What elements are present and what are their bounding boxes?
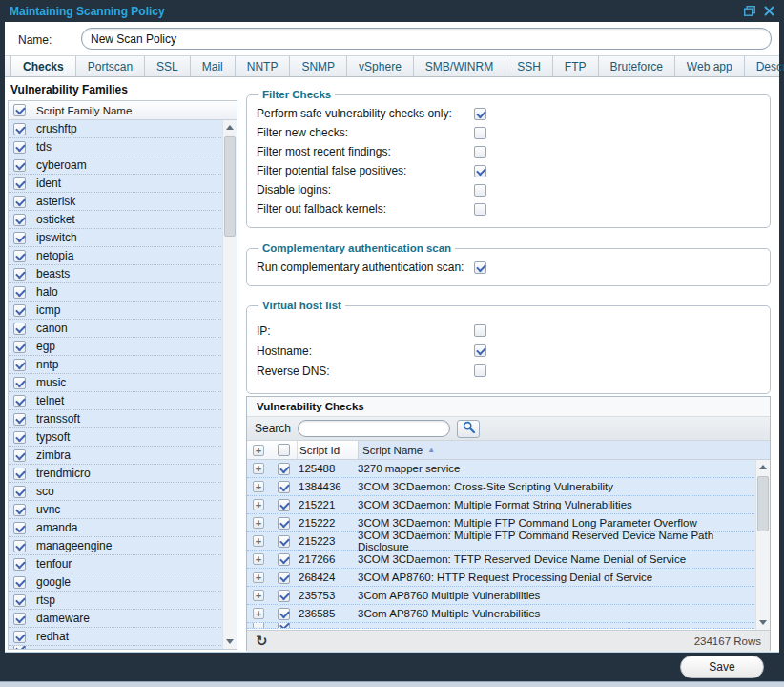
family-checkbox[interactable] bbox=[13, 576, 26, 589]
scrollbar-thumb[interactable] bbox=[757, 476, 769, 531]
family-checkbox[interactable] bbox=[13, 413, 26, 426]
tab[interactable]: SNMP bbox=[290, 56, 347, 76]
scroll-down-icon[interactable] bbox=[223, 635, 237, 649]
family-row[interactable]: halo bbox=[9, 283, 237, 302]
row-checkbox[interactable] bbox=[278, 608, 290, 620]
family-row[interactable]: tenfour bbox=[9, 555, 237, 573]
family-checkbox[interactable] bbox=[13, 359, 26, 371]
expand-row-button[interactable]: + bbox=[253, 608, 264, 619]
search-button[interactable] bbox=[457, 420, 480, 438]
tab[interactable]: Mail bbox=[191, 56, 236, 76]
family-checkbox[interactable] bbox=[13, 159, 26, 172]
option-checkbox[interactable] bbox=[474, 184, 486, 197]
column-header-script-name[interactable]: Script Name ▲ bbox=[358, 441, 770, 459]
expand-row-button[interactable]: + bbox=[253, 572, 264, 583]
family-checkbox[interactable] bbox=[13, 177, 26, 190]
family-checkbox[interactable] bbox=[13, 196, 26, 208]
column-header-script-id[interactable]: Script Id bbox=[297, 441, 358, 459]
expand-row-button[interactable]: + bbox=[253, 481, 264, 492]
tab[interactable]: vSphere bbox=[347, 56, 414, 76]
row-checkbox[interactable] bbox=[278, 517, 290, 530]
expand-all-button[interactable]: + bbox=[247, 445, 270, 456]
family-checkbox[interactable] bbox=[13, 558, 26, 571]
tab[interactable]: SMB/WINRM bbox=[414, 56, 505, 76]
row-checkbox[interactable] bbox=[278, 572, 290, 584]
option-checkbox[interactable] bbox=[474, 364, 486, 377]
expand-row-button[interactable]: + bbox=[253, 517, 264, 529]
family-checkbox[interactable] bbox=[13, 232, 26, 244]
tab[interactable]: SSL bbox=[145, 56, 191, 76]
family-row[interactable]: trendmicro bbox=[9, 465, 237, 483]
family-checkbox[interactable] bbox=[13, 304, 26, 317]
family-row[interactable]: music bbox=[9, 374, 237, 392]
family-checkbox[interactable] bbox=[13, 286, 26, 299]
family-row[interactable]: egp bbox=[9, 338, 237, 356]
table-select-all-checkbox[interactable] bbox=[278, 444, 290, 456]
family-row[interactable]: nntp bbox=[9, 356, 237, 374]
family-row[interactable]: tds bbox=[9, 138, 237, 156]
table-row[interactable]: + 215221 3COM 3CDaemon: Multiple Format … bbox=[247, 496, 770, 514]
table-row[interactable]: + 1384436 3COM 3CDaemon: Cross-Site Scri… bbox=[247, 478, 770, 496]
scrollbar-thumb[interactable] bbox=[224, 136, 236, 237]
search-input[interactable] bbox=[298, 420, 450, 437]
family-checkbox[interactable] bbox=[13, 449, 26, 462]
expand-row-button[interactable]: + bbox=[253, 553, 264, 565]
families-select-all-checkbox[interactable] bbox=[13, 104, 26, 116]
option-checkbox[interactable] bbox=[474, 203, 486, 216]
family-row[interactable]: dameware bbox=[9, 610, 237, 628]
family-row[interactable]: ident bbox=[9, 175, 237, 193]
family-checkbox[interactable] bbox=[13, 341, 26, 353]
family-row[interactable]: asterisk bbox=[9, 193, 237, 211]
family-checkbox[interactable] bbox=[13, 250, 26, 262]
table-row[interactable]: + 217266 3COM 3CDaemon: TFTP Reserved De… bbox=[247, 551, 770, 569]
table-row[interactable]: + 236585 3Com AP8760 Multiple Vulnerabil… bbox=[247, 605, 770, 623]
scroll-up-icon[interactable] bbox=[223, 120, 237, 135]
scroll-down-icon[interactable] bbox=[756, 615, 770, 630]
family-row[interactable]: manageengine bbox=[9, 537, 237, 555]
family-row[interactable]: zimbra bbox=[9, 447, 237, 465]
family-row[interactable]: uvnc bbox=[9, 501, 237, 519]
family-checkbox[interactable] bbox=[13, 631, 26, 643]
family-row[interactable]: netopia bbox=[9, 247, 237, 265]
table-row[interactable]: + 235753 3Com AP8760 Multiple Vulnerabil… bbox=[247, 587, 770, 605]
tab[interactable]: Bruteforce bbox=[599, 56, 675, 76]
family-row[interactable]: amanda bbox=[9, 519, 237, 537]
table-row[interactable]: + 125488 3270 mapper service bbox=[247, 460, 770, 478]
family-row[interactable]: transsoft bbox=[9, 410, 237, 428]
family-checkbox[interactable] bbox=[13, 377, 26, 389]
family-checkbox[interactable] bbox=[13, 486, 26, 498]
family-row[interactable]: beasts bbox=[9, 265, 237, 283]
family-row[interactable]: icmp bbox=[9, 302, 237, 320]
expand-row-button[interactable]: + bbox=[253, 535, 264, 547]
expand-row-button[interactable]: + bbox=[253, 463, 264, 474]
tab[interactable]: SSH bbox=[505, 56, 553, 76]
scrollbar-track[interactable] bbox=[756, 474, 770, 615]
family-row[interactable]: osticket bbox=[9, 211, 237, 229]
tab[interactable]: Description bbox=[745, 56, 784, 76]
expand-row-button[interactable]: + bbox=[253, 590, 264, 601]
option-checkbox[interactable] bbox=[474, 344, 486, 357]
family-row[interactable]: crushftp bbox=[9, 120, 237, 138]
option-checkbox[interactable] bbox=[474, 261, 486, 274]
family-checkbox[interactable] bbox=[13, 214, 26, 226]
family-row[interactable]: cyberoam bbox=[9, 156, 237, 175]
row-checkbox[interactable] bbox=[278, 463, 290, 475]
row-checkbox[interactable] bbox=[278, 590, 290, 602]
option-checkbox[interactable] bbox=[474, 146, 486, 158]
row-checkbox[interactable] bbox=[278, 535, 290, 548]
families-column-header[interactable]: Script Family Name bbox=[36, 105, 132, 116]
family-checkbox[interactable] bbox=[13, 613, 26, 625]
family-row[interactable]: rtsp bbox=[9, 592, 237, 610]
tab[interactable]: Web app bbox=[675, 56, 745, 76]
family-row[interactable]: ipswitch bbox=[9, 229, 237, 247]
family-checkbox[interactable] bbox=[13, 468, 26, 480]
family-checkbox[interactable] bbox=[13, 594, 26, 607]
row-checkbox[interactable] bbox=[278, 499, 290, 511]
tab[interactable]: Portscan bbox=[76, 56, 145, 76]
expand-row-button[interactable]: + bbox=[253, 499, 264, 510]
tab[interactable]: Checks bbox=[10, 56, 76, 76]
tab[interactable]: FTP bbox=[553, 56, 599, 76]
family-checkbox[interactable] bbox=[13, 323, 26, 335]
family-checkbox[interactable] bbox=[13, 268, 26, 281]
restore-icon[interactable] bbox=[744, 6, 755, 16]
